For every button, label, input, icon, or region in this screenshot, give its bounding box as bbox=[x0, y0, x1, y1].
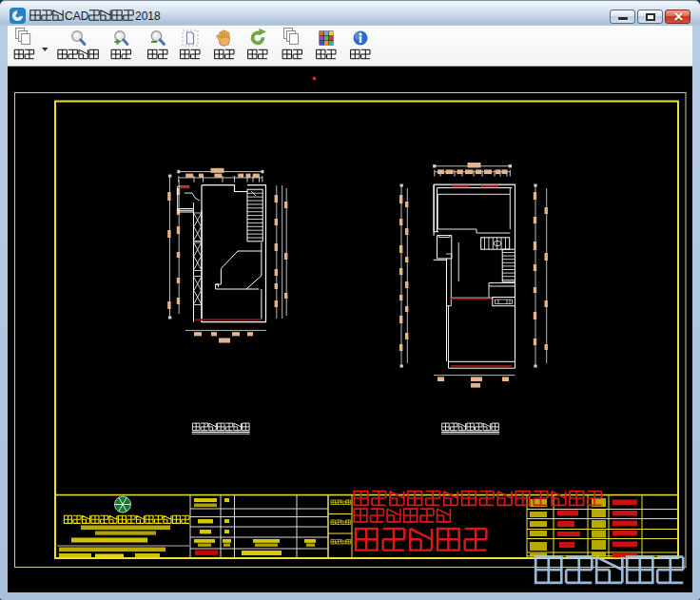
svg-text:2018: 2018 bbox=[135, 10, 161, 23]
svg-text:CAD: CAD bbox=[65, 10, 89, 23]
